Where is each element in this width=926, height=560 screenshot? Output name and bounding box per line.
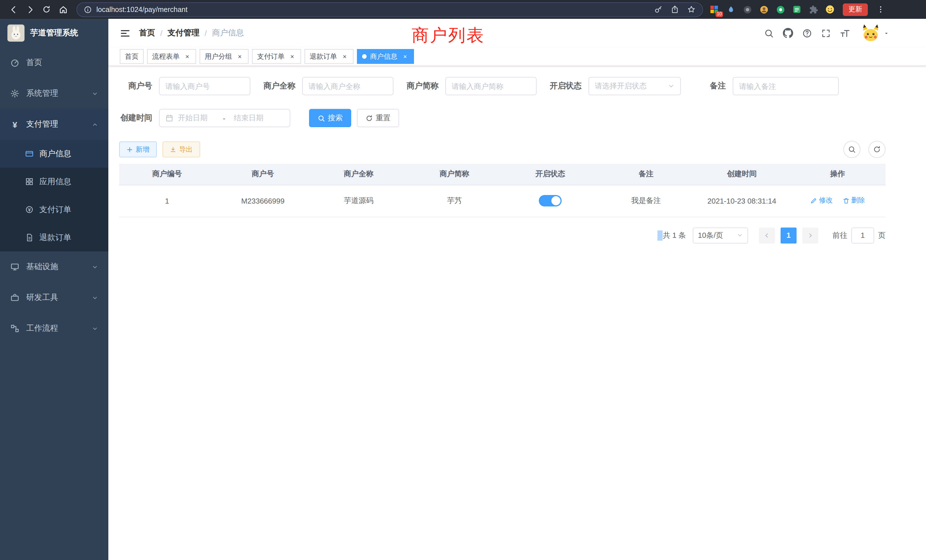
full-name-input[interactable]: [309, 82, 387, 90]
create-time-label: 创建时间: [119, 113, 152, 123]
toggle-search-button[interactable]: [843, 141, 861, 158]
fullscreen-button[interactable]: [821, 28, 831, 38]
page-number-1[interactable]: 1: [781, 227, 797, 243]
browser-menu-button[interactable]: [875, 4, 886, 15]
chevron-down-icon: [92, 325, 98, 331]
refresh-table-button[interactable]: [869, 141, 885, 158]
extension-colorful-icon[interactable]: 10: [709, 4, 720, 15]
tab-merchant-info[interactable]: 商户信息 ×: [357, 49, 414, 64]
add-button[interactable]: 新增: [119, 141, 157, 157]
info-icon: [84, 5, 92, 14]
fullscreen-icon: [821, 28, 831, 38]
table-toolbar: 新增 导出: [119, 141, 885, 158]
page-size-value: 10条/页: [698, 230, 723, 241]
short-name-input[interactable]: [452, 82, 530, 90]
browser-home-button[interactable]: [55, 2, 71, 17]
short-name-input-box: [445, 77, 537, 95]
extension-badge: 10: [716, 11, 723, 17]
filter-row-1: 商户号 商户全称 商户简称: [119, 77, 926, 95]
bookmark-star-icon[interactable]: [687, 5, 696, 14]
col-actions: 操作: [790, 163, 885, 185]
font-size-button[interactable]: [840, 28, 850, 38]
status-select[interactable]: 请选择开启状态: [589, 77, 681, 95]
filter-create-time: 创建时间 开始日期 - 结束日期: [119, 109, 290, 127]
delete-label: 删除: [851, 196, 865, 206]
sidebar-item-infrastructure[interactable]: 基础设施: [0, 251, 108, 282]
browser-toolbar: localhost:1024/pay/merchant 10: [0, 0, 926, 19]
tab-home[interactable]: 首页: [120, 49, 144, 64]
search-button[interactable]: 搜索: [309, 109, 351, 127]
filter-row-2: 创建时间 开始日期 - 结束日期 搜索: [119, 109, 926, 127]
tab-pay-order[interactable]: 支付订单 ×: [252, 49, 301, 64]
tab-refund-order[interactable]: 退款订单 ×: [304, 49, 354, 64]
reset-button[interactable]: 重置: [357, 109, 399, 127]
close-icon[interactable]: ×: [236, 53, 244, 60]
search-icon: [318, 114, 325, 122]
close-icon[interactable]: ×: [289, 53, 296, 60]
start-date-placeholder[interactable]: 开始日期: [178, 113, 214, 123]
kebab-menu-icon: [876, 5, 885, 14]
extension-avatar-icon[interactable]: [758, 4, 769, 15]
url-bar[interactable]: localhost:1024/pay/merchant: [76, 2, 703, 17]
sidebar-menu: 首页 系统管理 ¥ 支付管理 商户信息: [0, 47, 108, 344]
card-icon: [25, 150, 34, 158]
prev-page-button[interactable]: [759, 227, 775, 243]
close-icon[interactable]: ×: [341, 53, 348, 60]
close-icon[interactable]: ×: [184, 53, 191, 60]
help-button[interactable]: [802, 28, 812, 38]
toolbox-icon: [10, 293, 20, 302]
date-range-picker[interactable]: 开始日期 - 结束日期: [159, 109, 290, 127]
breadcrumb-home[interactable]: 首页: [139, 28, 155, 38]
browser-update-button[interactable]: 更新: [843, 3, 868, 16]
sidebar-item-refund-order[interactable]: 退款订单: [0, 224, 108, 251]
extension-dark-circle-icon[interactable]: [742, 4, 753, 15]
end-date-placeholder[interactable]: 结束日期: [234, 113, 270, 123]
sidebar-item-label: 工作流程: [26, 323, 58, 334]
merchant-no-input[interactable]: [165, 82, 244, 90]
sidebar-item-merchant-info[interactable]: 商户信息: [0, 140, 108, 168]
sidebar-item-payment[interactable]: ¥ 支付管理: [0, 109, 108, 140]
sidebar-item-home[interactable]: 首页: [0, 47, 108, 78]
extension-green-circle-icon[interactable]: [775, 4, 786, 15]
github-link[interactable]: [783, 28, 793, 38]
extension-puzzle-icon[interactable]: [808, 4, 819, 15]
sidebar-item-workflow[interactable]: 工作流程: [0, 313, 108, 344]
add-button-label: 新增: [136, 145, 150, 154]
browser-back-button[interactable]: [6, 2, 21, 17]
extension-drop-icon[interactable]: [725, 4, 736, 15]
edit-action[interactable]: 修改: [810, 196, 832, 206]
next-page-button[interactable]: [802, 227, 818, 243]
sidebar-item-pay-order[interactable]: 支付订单: [0, 195, 108, 224]
short-name-label: 商户简称: [407, 81, 439, 91]
tab-process-form[interactable]: 流程表单 ×: [147, 49, 196, 64]
export-button[interactable]: 导出: [162, 141, 200, 157]
page-size-select[interactable]: 10条/页: [693, 227, 748, 243]
goto-page-input[interactable]: [851, 227, 874, 243]
tab-user-group[interactable]: 用户分组 ×: [200, 49, 249, 64]
key-icon[interactable]: [654, 5, 663, 14]
remark-input[interactable]: [739, 82, 832, 90]
extension-emoji-icon[interactable]: [825, 4, 835, 15]
browser-forward-button[interactable]: [22, 2, 38, 17]
breadcrumb-payment[interactable]: 支付管理: [168, 28, 200, 38]
user-avatar-menu[interactable]: [862, 24, 890, 42]
status-toggle[interactable]: [539, 195, 561, 206]
browser-reload-button[interactable]: [39, 2, 54, 17]
forward-arrow-icon: [26, 5, 35, 14]
extension-green-square-icon[interactable]: [791, 4, 802, 15]
sidebar-item-dev-tools[interactable]: 研发工具: [0, 282, 108, 313]
filter-status: 开启状态 请选择开启状态: [550, 77, 681, 95]
sidebar-item-system[interactable]: 系统管理: [0, 78, 108, 109]
header-search-button[interactable]: [764, 28, 774, 38]
close-icon[interactable]: ×: [401, 53, 409, 60]
status-placeholder: 请选择开启状态: [595, 81, 647, 91]
delete-action[interactable]: 删除: [843, 196, 865, 206]
share-icon[interactable]: [670, 5, 679, 14]
sidebar-fold-button[interactable]: [120, 28, 130, 38]
chevron-down-icon: [92, 90, 98, 97]
sidebar-item-app-info[interactable]: 应用信息: [0, 168, 108, 195]
monitor-icon: [10, 262, 20, 271]
search-button-label: 搜索: [328, 113, 343, 123]
app-logo[interactable]: 芋道管理系统: [0, 19, 108, 47]
main-area: 首页 / 支付管理 / 商户信息 商户列表: [108, 19, 926, 560]
